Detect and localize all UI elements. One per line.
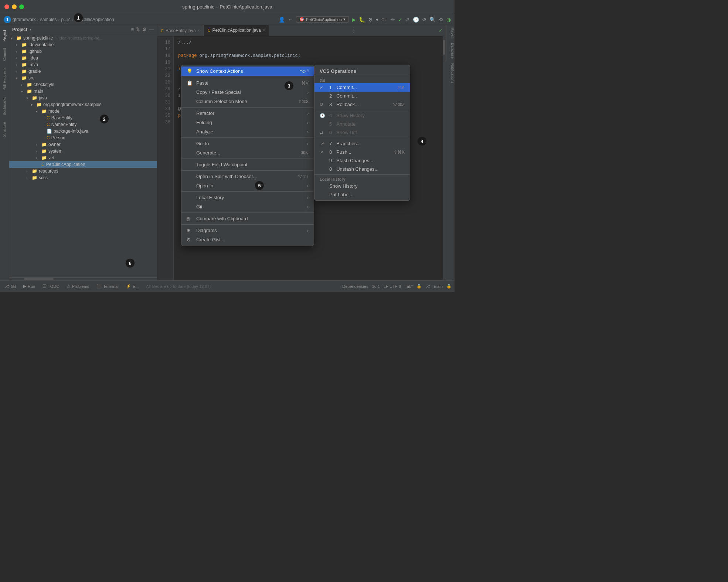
menu-item-local-history[interactable]: Local History › xyxy=(181,193,314,202)
tab-petclinicapp[interactable]: C PetClinicApplication.java × xyxy=(204,25,269,36)
git-check-icon[interactable]: ✓ xyxy=(398,17,402,23)
tree-model[interactable]: ▾ 📁 model xyxy=(9,108,157,115)
git-edit-icon[interactable]: ✏ xyxy=(391,17,395,23)
tree-packageinfo[interactable]: › 📄 package-info.java xyxy=(9,128,157,135)
tab-baseentity[interactable]: C BaseEntity.java × xyxy=(157,25,204,36)
bottom-tab-git[interactable]: ⎇ Git xyxy=(3,280,17,292)
vcs-item-unstash[interactable]: 0 Unstash Changes... xyxy=(314,165,410,173)
tree-gradle[interactable]: › 📁 gradle xyxy=(9,68,157,75)
tree-namedentity[interactable]: › C NamedEntity xyxy=(9,121,157,128)
menu-item-open-split[interactable]: Open in Split with Chooser... ⌥⇧↑ xyxy=(181,172,314,181)
menu-item-goto[interactable]: Go To › xyxy=(181,139,314,148)
debug-icon[interactable]: 🐛 xyxy=(359,17,365,23)
tree-vet[interactable]: › 📁 vet xyxy=(9,154,157,161)
tree-baseentity[interactable]: › C BaseEntity xyxy=(9,115,157,121)
minimize-button[interactable] xyxy=(12,4,17,9)
collapse-all-icon[interactable]: ≡ xyxy=(131,27,134,32)
close-button[interactable] xyxy=(4,4,9,9)
menu-item-paste[interactable]: 📋 Paste ⌘V xyxy=(181,78,314,88)
vcs-item-commit-2[interactable]: 2 Commit... xyxy=(314,92,410,100)
lock-icon: 🔒 xyxy=(416,284,422,289)
run-config-selector[interactable]: 🎯 PetClinicApplication ▾ xyxy=(296,16,349,23)
sidebar-item-bookmarks[interactable]: Bookmarks xyxy=(3,94,7,118)
vcs-item-show-diff[interactable]: ⇄ 6 Show Diff xyxy=(314,128,410,137)
sidebar-item-structure[interactable]: Structure xyxy=(3,119,7,140)
menu-item-analyze[interactable]: Analyze › xyxy=(181,127,314,136)
menu-item-open-in[interactable]: Open In › xyxy=(181,181,314,190)
fold-icon[interactable]: ⇅ xyxy=(136,27,140,32)
menu-item-toggle-watchpoint[interactable]: Toggle Field Watchpoint xyxy=(181,160,314,169)
sidebar-item-database[interactable]: Database xyxy=(446,41,455,61)
tree-devcontainer[interactable]: › 📁 .devcontainer xyxy=(9,41,157,48)
tree-github[interactable]: › 📁 .github xyxy=(9,48,157,55)
settings-gear-icon[interactable]: ⚙ xyxy=(142,27,147,32)
tree-petclinicapp[interactable]: › C PetClinicApplication xyxy=(9,161,157,168)
tree-java[interactable]: ▾ 📁 java xyxy=(9,95,157,101)
back-icon[interactable]: ← xyxy=(288,17,293,23)
more-run-icon[interactable]: ▾ xyxy=(376,17,378,23)
menu-item-column-mode[interactable]: Column Selection Mode ⇧⌘8 xyxy=(181,97,314,106)
menu-item-generate[interactable]: Generate... ⌘N xyxy=(181,148,314,157)
breadcrumb-gframework[interactable]: gframework xyxy=(13,17,36,22)
search-icon[interactable]: 🔍 xyxy=(429,17,436,23)
breadcrumb-samples[interactable]: samples xyxy=(40,17,57,22)
maximize-button[interactable] xyxy=(19,4,24,9)
sidebar-item-maven[interactable]: Maven xyxy=(446,25,455,41)
menu-item-refactor[interactable]: Refactor › xyxy=(181,109,314,118)
menu-item-diagrams[interactable]: ⊞ Diagrams › xyxy=(181,226,314,235)
vcs-item-commit-1[interactable]: ✓ 1 Commit... ⌘K xyxy=(314,83,410,92)
bottom-tab-terminal[interactable]: ⬛ Terminal xyxy=(95,280,120,292)
project-dropdown-arrow[interactable]: ▾ xyxy=(30,27,31,31)
git-history-icon[interactable]: 🕐 xyxy=(413,17,419,23)
sidebar-item-commit[interactable]: Commit xyxy=(3,45,7,64)
vcs-item-lh-label[interactable]: Put Label... xyxy=(314,190,410,199)
vcs-item-show-history[interactable]: 🕐 4 Show History xyxy=(314,111,410,120)
sidebar-item-project[interactable]: Project xyxy=(3,27,7,44)
tree-mvn[interactable]: › 📁 .mvn xyxy=(9,61,157,68)
vcs-item-branches[interactable]: ⎇ 7 Branches... xyxy=(314,139,410,148)
tree-org[interactable]: ▾ 📁 org.springframework.samples xyxy=(9,101,157,108)
vcs-item-annotate[interactable]: 5 Annotate xyxy=(314,120,410,128)
idea-icon[interactable]: ◑ xyxy=(446,17,451,23)
settings-icon[interactable]: ⚙ xyxy=(439,17,443,23)
coverage-icon[interactable]: ⚙ xyxy=(368,17,373,23)
tree-person[interactable]: › C Person xyxy=(9,135,157,141)
vcs-item-lh-show[interactable]: Show History xyxy=(314,182,410,190)
tree-resources[interactable]: › 📁 resources xyxy=(9,168,157,174)
tree-checkstyle[interactable]: › 📁 checkstyle xyxy=(9,81,157,88)
bottom-tab-extra[interactable]: ⚡ E... xyxy=(125,280,140,292)
git-push-icon[interactable]: ↗ xyxy=(405,17,410,23)
horizontal-scrollbar[interactable] xyxy=(9,277,157,280)
tab-close-baseentity[interactable]: × xyxy=(198,28,200,33)
hide-icon[interactable]: — xyxy=(149,27,154,32)
tree-root[interactable]: ▾ 📁 spring-petclinic ~/IdeaProjects/spri… xyxy=(9,35,157,41)
bottom-tab-problems[interactable]: ⚠ Problems xyxy=(65,280,91,292)
tree-owner[interactable]: › 📁 owner xyxy=(9,141,157,148)
tree-main[interactable]: ▾ 📁 main xyxy=(9,88,157,95)
vertical-scrollbar[interactable] xyxy=(443,36,446,280)
bottom-tab-run[interactable]: ▶ Run xyxy=(22,280,37,292)
menu-item-create-gist[interactable]: ⊙ Create Gist... xyxy=(181,235,314,244)
tab-more-button[interactable]: ⋮ xyxy=(348,28,359,33)
vcs-item-rollback[interactable]: ↺ 3 Rollback... ⌥⌘Z xyxy=(314,100,410,109)
tree-src[interactable]: ▾ 📁 src xyxy=(9,75,157,81)
menu-item-folding[interactable]: Folding › xyxy=(181,118,314,127)
sidebar-item-pull-requests[interactable]: Pull Requests xyxy=(3,65,7,93)
menu-item-copy-paste-special[interactable]: Copy / Paste Special › xyxy=(181,88,314,97)
vcs-item-push[interactable]: ↗ 8 Push... ⇧⌘K xyxy=(314,148,410,156)
tree-system[interactable]: › 📁 system xyxy=(9,148,157,154)
tab-close-petclinic[interactable]: × xyxy=(263,28,265,32)
breadcrumb-p[interactable]: p...ic xyxy=(61,17,70,22)
menu-item-show-context-actions[interactable]: 💡 Show Context Actions ⌥⏎ xyxy=(181,67,314,76)
tree-idea[interactable]: › 📁 .idea xyxy=(9,55,157,61)
traffic-lights[interactable] xyxy=(4,4,24,9)
run-icon[interactable]: ▶ xyxy=(352,17,356,23)
vcs-item-stash[interactable]: 9 Stash Changes... xyxy=(314,156,410,165)
git-undo-icon[interactable]: ↺ xyxy=(422,17,426,23)
tree-scss[interactable]: › 📁 scss xyxy=(9,174,157,181)
bottom-tab-todo[interactable]: ☰ TODO xyxy=(41,280,61,292)
person-icon[interactable]: 👤 xyxy=(279,17,285,23)
menu-item-git[interactable]: Git › xyxy=(181,202,314,211)
sidebar-item-notifications[interactable]: Notifications xyxy=(446,61,455,85)
menu-item-compare-clipboard[interactable]: ⎘ Compare with Clipboard xyxy=(181,214,314,223)
